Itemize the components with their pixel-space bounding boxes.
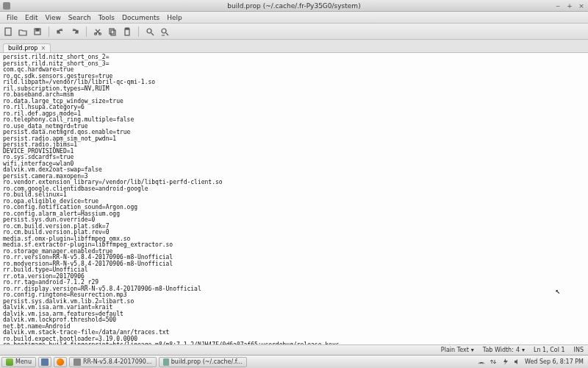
firefox-launcher[interactable] bbox=[54, 357, 67, 367]
open-folder-icon bbox=[18, 27, 27, 36]
svg-point-9 bbox=[147, 29, 151, 33]
menu-file[interactable]: File bbox=[3, 14, 21, 21]
editor-line: persist.rild.nitz_short_ons_3= bbox=[3, 61, 585, 68]
lightning-icon bbox=[501, 358, 509, 365]
status-insert-mode[interactable]: INS bbox=[574, 347, 584, 353]
toolbar-separator bbox=[49, 26, 49, 37]
mouse-cursor-icon: ↖ bbox=[555, 289, 560, 295]
cut-button[interactable] bbox=[93, 26, 103, 37]
network-icon[interactable] bbox=[490, 358, 497, 367]
system-tray: Wed Sep 6, 8:17 PM bbox=[478, 358, 587, 367]
status-language-label: Plain Text bbox=[441, 347, 469, 353]
editor-line: ro.data.large_tcp_window_size=true bbox=[3, 99, 585, 105]
status-tabwidth-value: 4 bbox=[516, 347, 520, 353]
menu-help[interactable]: Help bbox=[163, 14, 186, 21]
mint-logo-icon bbox=[6, 358, 13, 366]
status-position-label: Ln 1, Col 1 bbox=[534, 347, 565, 353]
svg-rect-5 bbox=[110, 29, 114, 34]
wifi-icon[interactable] bbox=[478, 358, 485, 367]
copy-button[interactable] bbox=[107, 26, 118, 37]
power-icon[interactable] bbox=[501, 358, 509, 367]
file-manager-icon bbox=[74, 358, 81, 366]
redo-icon bbox=[71, 27, 79, 36]
editor-pane[interactable]: persist.rild.nitz_short_ons_2=persist.ri… bbox=[0, 53, 588, 344]
new-file-icon bbox=[4, 27, 12, 36]
status-ins-label: INS bbox=[574, 347, 584, 353]
editor-line: ro.sys.sdcardfs=true bbox=[3, 155, 585, 161]
maximize-button[interactable]: + bbox=[564, 2, 575, 10]
chevron-down-icon: ▾ bbox=[471, 347, 474, 353]
start-menu-button[interactable]: Menu bbox=[1, 357, 36, 367]
toolbar-separator bbox=[138, 26, 139, 37]
menu-search[interactable]: Search bbox=[65, 14, 95, 21]
editor-line: persist.radio.apm_sim_not_pwdn=1 bbox=[3, 136, 585, 143]
open-file-button[interactable] bbox=[18, 26, 28, 37]
editor-line: dalvik.vm.lockprof.threshold=500 bbox=[3, 317, 585, 324]
svg-rect-0 bbox=[5, 28, 11, 35]
save-button[interactable] bbox=[32, 26, 43, 37]
volume-icon[interactable] bbox=[513, 358, 520, 367]
taskbar: Menu RR-N-v5.8.4-2017090... build.prop (… bbox=[0, 355, 588, 368]
tab-build-prop[interactable]: build.prop × bbox=[3, 43, 51, 52]
window-title: build.prop (~/.cache/.fr-Py35G0/system) bbox=[227, 2, 360, 10]
text-editor-icon bbox=[163, 358, 169, 366]
taskbar-item[interactable]: build.prop (~/.cache/.f... bbox=[159, 357, 247, 367]
redo-button[interactable] bbox=[70, 26, 80, 37]
tab-close-button[interactable]: × bbox=[40, 45, 46, 52]
menu-tools[interactable]: Tools bbox=[95, 14, 118, 21]
status-language[interactable]: Plain Text ▾ bbox=[441, 347, 474, 353]
editor-line: ril.subscription.types=NV,RUIM bbox=[3, 86, 585, 93]
show-desktop-button[interactable] bbox=[38, 357, 51, 367]
minimize-button[interactable]: ‒ bbox=[553, 2, 563, 10]
editor-line: ro.modversion=RR-N-v5.8.4-20170906-m8-Un… bbox=[3, 261, 585, 268]
status-cursor-position: Ln 1, Col 1 bbox=[534, 347, 565, 353]
taskbar-item-label: build.prop (~/.cache/.f... bbox=[171, 358, 243, 365]
tabbar: build.prop × bbox=[0, 40, 588, 53]
new-file-button[interactable] bbox=[3, 26, 13, 37]
undo-button[interactable] bbox=[55, 26, 65, 37]
find-replace-icon bbox=[160, 27, 169, 36]
svg-rect-2 bbox=[36, 29, 39, 31]
start-menu-label: Menu bbox=[15, 358, 32, 365]
tab-label: build.prop bbox=[8, 45, 37, 52]
svg-rect-8 bbox=[126, 28, 129, 29]
toolbar-separator bbox=[86, 26, 87, 37]
network-up-down-icon bbox=[490, 358, 497, 365]
editor-line: rr.build.type=Unofficial bbox=[3, 267, 585, 274]
cut-icon bbox=[93, 27, 102, 36]
find-button[interactable] bbox=[145, 26, 155, 37]
status-tab-width[interactable]: Tab Width: 4 ▾ bbox=[483, 347, 525, 353]
speaker-icon bbox=[513, 358, 520, 365]
chevron-down-icon: ▾ bbox=[522, 347, 525, 353]
paste-button[interactable] bbox=[122, 26, 132, 37]
statusbar: Plain Text ▾ Tab Width: 4 ▾ Ln 1, Col 1 … bbox=[0, 344, 588, 355]
taskbar-item-label: RR-N-v5.8.4-2017090... bbox=[83, 358, 152, 365]
menu-edit[interactable]: Edit bbox=[21, 14, 41, 21]
undo-icon bbox=[56, 27, 65, 36]
titlebar: build.prop (~/.cache/.fr-Py35G0/system) … bbox=[0, 0, 588, 12]
menu-view[interactable]: View bbox=[42, 14, 65, 21]
editor-line: dalvik.vm.dex2oat-swap=false bbox=[3, 167, 585, 174]
taskbar-item[interactable]: RR-N-v5.8.4-2017090... bbox=[69, 357, 157, 367]
app-icon bbox=[3, 2, 10, 10]
paste-icon bbox=[123, 27, 132, 36]
firefox-icon bbox=[57, 358, 64, 366]
editor-line: DEVICE_PROVISIONED=1 bbox=[3, 149, 585, 155]
editor-line: ro.com.google.clientidbase=android-googl… bbox=[3, 186, 585, 193]
radio-signal-icon bbox=[478, 358, 485, 365]
find-replace-button[interactable] bbox=[159, 26, 170, 37]
editor-line: persist.radio.jbims=1 bbox=[3, 142, 585, 149]
menu-documents[interactable]: Documents bbox=[118, 14, 163, 21]
menubar: File Edit View Search Tools Documents He… bbox=[0, 12, 588, 24]
toolbar bbox=[0, 24, 588, 40]
editor-line: ro.telephony.call_ring.multiple=false bbox=[3, 117, 585, 124]
save-icon bbox=[33, 27, 42, 36]
copy-icon bbox=[108, 27, 117, 36]
show-desktop-icon bbox=[41, 358, 49, 366]
close-button[interactable]: × bbox=[576, 2, 587, 10]
search-icon bbox=[146, 27, 154, 36]
clock[interactable]: Wed Sep 6, 8:17 PM bbox=[525, 358, 584, 365]
svg-rect-6 bbox=[111, 30, 115, 35]
editor-line: ro.ril.hsupa.category=6 bbox=[3, 105, 585, 111]
editor-line: ro.bootimage.build.fingerprint=htc/linea… bbox=[3, 342, 585, 344]
